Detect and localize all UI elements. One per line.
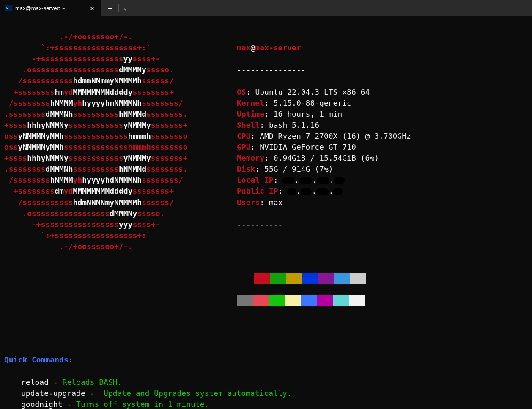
info-header: max@max-server (237, 42, 528, 53)
command-line: update-upgrade - Update and Upgrades sys… (4, 388, 528, 399)
info-line: GPU: NVIDIA GeForce GT 710 (237, 142, 528, 153)
quick-commands-title: Quick Commands: (4, 354, 528, 365)
tab-active[interactable]: >_ max@max-server: ~ × (0, 0, 101, 16)
info-line: Shell: bash 5.1.16 (237, 120, 528, 131)
close-icon[interactable]: × (88, 4, 96, 12)
system-info: max@max-server --------------- OS: Ubunt… (237, 31, 528, 317)
info-separator: --------------- (237, 64, 528, 75)
info-line: OS: Ubuntu 22.04.3 LTS x86_64 (237, 87, 528, 98)
info-line: Memory: 0.94GiB / 15.54GiB (6%) (237, 153, 528, 164)
info-line: Local IP: ... (237, 175, 528, 186)
ascii-logo: .-/+oossssoo+/-. `:+ssssssssssssssssss+:… (4, 31, 237, 317)
add-tab-button[interactable]: + (101, 4, 118, 13)
info-line: Users: max (237, 197, 528, 208)
titlebar: >_ max@max-server: ~ × + ⌄ (0, 0, 532, 16)
command-line: goodnight - Turns off system in 1 minute… (4, 399, 528, 409)
color-swatches-row2 (237, 295, 528, 306)
tab-title: max@max-server: ~ (15, 5, 85, 11)
info-line: CPU: AMD Ryzen 7 2700X (16) @ 3.700GHz (237, 131, 528, 142)
info-line: Public IP: ... (237, 186, 528, 197)
info-line: Uptime: 16 hours, 1 min (237, 109, 528, 120)
info-line: Kernel: 5.15.0-88-generic (237, 98, 528, 109)
info-line: Disk: 55G / 914G (7%) (237, 164, 528, 175)
powershell-icon: >_ (5, 5, 12, 11)
info-footer-separator: ---------- (237, 219, 528, 230)
tab-dropdown-button[interactable]: ⌄ (119, 5, 132, 11)
color-swatches-row1 (254, 273, 528, 284)
terminal-output[interactable]: .-/+oossssoo+/-. `:+ssssssssssssssssss+:… (0, 16, 532, 409)
command-line: reload - Reloads BASH. (4, 377, 528, 388)
